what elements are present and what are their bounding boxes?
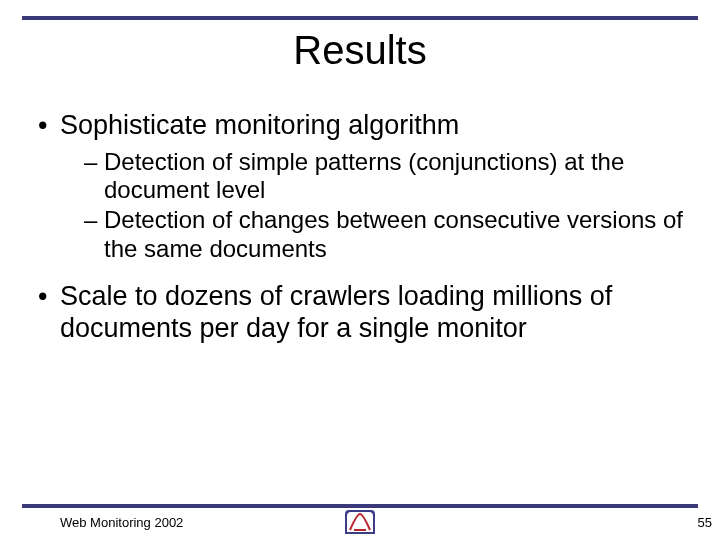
bullet-text: Scale to dozens of crawlers loading mill…: [60, 281, 612, 343]
bullet-level-1: Sophisticate monitoring algorithm: [38, 110, 690, 142]
inria-logo-icon: [343, 508, 377, 536]
page-number: 55: [698, 515, 712, 530]
top-divider: [22, 16, 698, 20]
bullet-text: Detection of simple patterns (conjunctio…: [104, 148, 624, 203]
footer-left-text: Web Monitoring 2002: [60, 515, 183, 530]
slide-title: Results: [0, 28, 720, 73]
bullet-level-2: Detection of changes between consecutive…: [84, 206, 690, 263]
bullet-level-1: Scale to dozens of crawlers loading mill…: [38, 281, 690, 345]
slide: Results Sophisticate monitoring algorith…: [0, 0, 720, 540]
sub-bullet-list: Detection of simple patterns (conjunctio…: [38, 148, 690, 263]
bullet-text: Detection of changes between consecutive…: [104, 206, 683, 261]
bullet-level-2: Detection of simple patterns (conjunctio…: [84, 148, 690, 205]
bullet-text: Sophisticate monitoring algorithm: [60, 110, 459, 140]
slide-body: Sophisticate monitoring algorithm Detect…: [38, 110, 690, 351]
